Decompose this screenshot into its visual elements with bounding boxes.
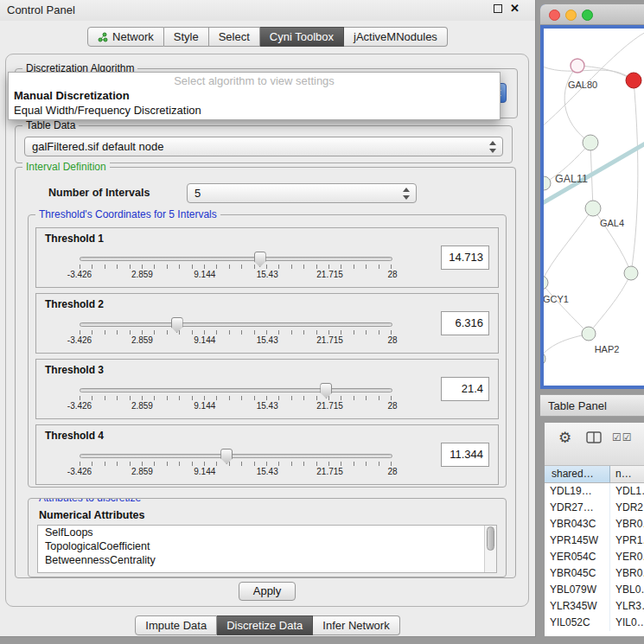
- cell[interactable]: YDR27…: [545, 500, 610, 516]
- cell[interactable]: YER054C: [545, 549, 610, 565]
- cell[interactable]: YBL079W: [545, 582, 610, 598]
- close-icon[interactable]: [549, 10, 560, 21]
- table-row[interactable]: YDL19…YDL1…: [545, 483, 644, 500]
- tab-discretize-data[interactable]: Discretize Data: [217, 615, 313, 635]
- scale-label: 9.144: [194, 270, 215, 279]
- zoom-icon[interactable]: [582, 10, 593, 21]
- cell[interactable]: YER0…: [610, 549, 644, 565]
- combo-value: 5: [194, 187, 201, 200]
- scrollbar-thumb[interactable]: [487, 526, 494, 551]
- threshold-2-value[interactable]: 6.316: [441, 311, 489, 335]
- threshold-4-slider[interactable]: -3.426 2.859 9.144 15.43 21.715 28: [80, 454, 392, 477]
- cell[interactable]: YBR043C: [545, 516, 610, 532]
- scale-label: 15.43: [257, 467, 278, 476]
- scale-label: 21.715: [316, 401, 343, 411]
- cell[interactable]: YDL19…: [545, 483, 610, 500]
- list-scrollbar[interactable]: [484, 526, 496, 572]
- combo-stepper-icon[interactable]: [488, 141, 496, 153]
- table-row[interactable]: YBR045CYBR0…: [545, 565, 644, 582]
- tab-cyni-toolbox[interactable]: Cyni Toolbox: [260, 27, 344, 47]
- numerical-attributes-list: SelfLoops TopologicalCoefficient Between…: [37, 525, 497, 573]
- node[interactable]: [544, 352, 545, 366]
- tab-jactivemnodules[interactable]: jActiveMNodules: [344, 27, 448, 47]
- slider-ticks: [80, 265, 392, 269]
- cell[interactable]: YBL0…: [610, 582, 644, 598]
- table-row[interactable]: YLR345WYLR3…: [545, 598, 644, 615]
- table-row[interactable]: YBL079WYBL0…: [545, 582, 644, 598]
- tab-style[interactable]: Style: [164, 27, 209, 47]
- cell[interactable]: YDL1…: [610, 483, 644, 500]
- threshold-3-slider[interactable]: -3.426 2.859 9.144 15.43 21.715 28: [80, 388, 392, 411]
- threshold-1-value[interactable]: 14.713: [441, 245, 489, 270]
- close-icon[interactable]: ✕: [510, 3, 520, 15]
- slider-track[interactable]: [80, 454, 392, 458]
- popup-option-equal-width[interactable]: Equal Width/Frequency Discretization: [9, 103, 500, 118]
- cell[interactable]: YBR045C: [545, 565, 610, 582]
- node-gal4[interactable]: [585, 201, 601, 216]
- tab-impute-data[interactable]: Impute Data: [135, 615, 217, 635]
- scale-label: -3.426: [67, 270, 92, 279]
- node-label: GCY1: [544, 294, 569, 304]
- table-data-select[interactable]: galFiltered.sif default node: [24, 137, 503, 156]
- combo-stepper-icon[interactable]: [402, 188, 410, 200]
- list-item[interactable]: SelfLoops: [38, 526, 496, 539]
- tab-select[interactable]: Select: [209, 27, 260, 47]
- select-columns-icon[interactable]: ☑☑: [612, 431, 633, 443]
- cell[interactable]: YLR3…: [610, 598, 644, 615]
- node[interactable]: [544, 176, 551, 190]
- slider-ticks: [80, 462, 392, 466]
- control-panel-window: Control Panel ✕ Network Style Select Cyn…: [0, 0, 536, 637]
- column-header-shared-name[interactable]: shared…: [545, 466, 610, 482]
- tab-infer-network[interactable]: Infer Network: [313, 615, 399, 635]
- threshold-2-slider[interactable]: -3.426 2.859 9.144 15.43 21.715 28: [80, 322, 392, 346]
- cell[interactable]: YBR0…: [610, 565, 644, 582]
- scale-label: 15.43: [257, 270, 278, 279]
- cell[interactable]: YLR345W: [545, 598, 610, 615]
- table-panel-header[interactable]: Table Panel: [540, 394, 644, 417]
- table-row[interactable]: YER054CYER0…: [545, 549, 644, 565]
- slider-track[interactable]: [80, 257, 392, 261]
- cell[interactable]: YIL0…: [610, 615, 644, 631]
- table-row[interactable]: YIL052CYIL0…: [545, 615, 644, 631]
- threshold-3-value[interactable]: 21.4: [441, 377, 489, 401]
- number-of-intervals-select[interactable]: 5: [187, 183, 417, 203]
- threshold-4-value[interactable]: 11.344: [441, 443, 489, 467]
- network-canvas[interactable]: GAL80 GAL11 GAL4 GCY1 HAP2: [540, 25, 644, 389]
- column-header-name[interactable]: n…: [610, 466, 644, 482]
- threshold-1-slider[interactable]: -3.426 2.859 9.144 15.43 21.715 28: [80, 257, 392, 280]
- threshold-3-panel: Threshold 3 -3.426 2.859 9.144 15.43: [35, 359, 499, 419]
- slider-track[interactable]: [80, 322, 392, 327]
- network-window-titlebar: [540, 4, 644, 25]
- list-item[interactable]: BetweennessCentrality: [38, 553, 496, 567]
- top-tabstrip: Network Style Select Cyni Toolbox jActiv…: [0, 27, 535, 47]
- table-toolbar: ⚙ ☑☑: [545, 423, 644, 466]
- slider-ticks: [80, 330, 392, 335]
- cell[interactable]: YBR0…: [610, 516, 644, 532]
- table-row[interactable]: YDR27…YDR2…: [545, 500, 644, 516]
- cell[interactable]: YPR1…: [610, 532, 644, 549]
- gear-icon[interactable]: ⚙: [558, 429, 571, 447]
- apply-button[interactable]: Apply: [239, 582, 296, 601]
- list-item[interactable]: TopologicalCoefficient: [38, 539, 496, 553]
- slider-track[interactable]: [80, 388, 392, 392]
- cell[interactable]: YDR2…: [610, 500, 644, 516]
- popup-option-manual[interactable]: Manual Discretization: [9, 88, 500, 103]
- minimize-icon[interactable]: [565, 10, 577, 21]
- network-graph[interactable]: GAL80 GAL11 GAL4 GCY1 HAP2: [544, 29, 644, 386]
- cell[interactable]: YIL052C: [545, 615, 610, 631]
- node-gal80[interactable]: [571, 59, 584, 73]
- cell[interactable]: YPR145W: [545, 532, 610, 549]
- threshold-label: Threshold 4: [45, 430, 104, 442]
- table-row[interactable]: YBR043CYBR0…: [545, 516, 644, 532]
- node-selected-red[interactable]: [626, 73, 641, 88]
- node[interactable]: [624, 266, 638, 280]
- node-gcy1[interactable]: [544, 276, 548, 290]
- columns-icon[interactable]: [586, 431, 602, 446]
- float-window-icon[interactable]: [494, 4, 502, 13]
- table-body: YDL19…YDL1… YDR27…YDR2… YBR043CYBR0… YPR…: [545, 483, 644, 631]
- node-gal11[interactable]: [583, 135, 598, 150]
- table-browser-window: ⚙ ☑☑ shared… n… YDL19…YDL1… YDR27…YDR2… …: [544, 422, 644, 637]
- node-hap2[interactable]: [582, 327, 596, 341]
- tab-network[interactable]: Network: [87, 27, 164, 47]
- table-row[interactable]: YPR145WYPR1…: [545, 532, 644, 549]
